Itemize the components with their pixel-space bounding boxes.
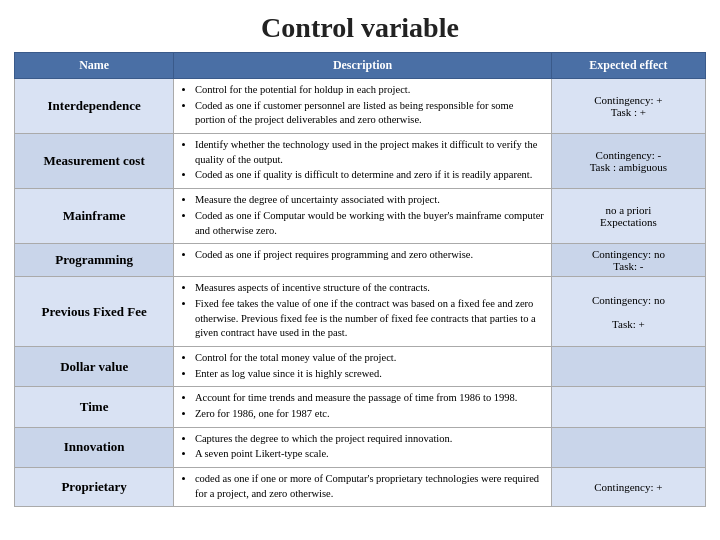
row-desc-cell: coded as one if one or more of Computar'… — [173, 468, 551, 507]
table-row: InterdependenceControl for the potential… — [15, 79, 705, 134]
row-effect-cell: Contingency: + — [552, 468, 705, 507]
row-effect-cell: Contingency: -Task : ambiguous — [552, 134, 705, 189]
row-name-cell: Proprietary — [15, 468, 173, 507]
row-desc-cell: Coded as one if project requires program… — [173, 244, 551, 277]
row-effect-cell: no a prioriExpectations — [552, 189, 705, 244]
row-effect-cell — [552, 346, 705, 386]
table-row: Proprietarycoded as one if one or more o… — [15, 468, 705, 507]
table-row: ProgrammingCoded as one if project requi… — [15, 244, 705, 277]
row-desc-cell: Measures aspects of incentive structure … — [173, 277, 551, 347]
table-row: Previous Fixed FeeMeasures aspects of in… — [15, 277, 705, 347]
row-desc-cell: Captures the degree to which the project… — [173, 427, 551, 467]
row-effect-cell — [552, 387, 705, 427]
table-row: Measurement costIdentify whether the tec… — [15, 134, 705, 189]
row-desc-cell: Account for time trends and measure the … — [173, 387, 551, 427]
row-effect-cell — [552, 427, 705, 467]
col-header-description: Description — [173, 53, 551, 79]
row-desc-cell: Control for the total money value of the… — [173, 346, 551, 386]
row-effect-cell: Contingency: noTask: + — [552, 277, 705, 347]
table-row: MainframeMeasure the degree of uncertain… — [15, 189, 705, 244]
row-effect-cell: Contingency: +Task : + — [552, 79, 705, 134]
row-desc-cell: Measure the degree of uncertainty associ… — [173, 189, 551, 244]
row-desc-cell: Identify whether the technology used in … — [173, 134, 551, 189]
row-name-cell: Measurement cost — [15, 134, 173, 189]
control-variable-table: Name Description Expected effect Interde… — [14, 52, 705, 507]
row-effect-cell: Contingency: noTask: - — [552, 244, 705, 277]
row-desc-cell: Control for the potential for holdup in … — [173, 79, 551, 134]
row-name-cell: Programming — [15, 244, 173, 277]
table-row: InnovationCaptures the degree to which t… — [15, 427, 705, 467]
table-row: TimeAccount for time trends and measure … — [15, 387, 705, 427]
table-row: Dollar valueControl for the total money … — [15, 346, 705, 386]
row-name-cell: Innovation — [15, 427, 173, 467]
col-header-name: Name — [15, 53, 173, 79]
page-title: Control variable — [0, 0, 720, 52]
row-name-cell: Time — [15, 387, 173, 427]
row-name-cell: Mainframe — [15, 189, 173, 244]
col-header-effect: Expected effect — [552, 53, 705, 79]
row-name-cell: Dollar value — [15, 346, 173, 386]
row-name-cell: Previous Fixed Fee — [15, 277, 173, 347]
row-name-cell: Interdependence — [15, 79, 173, 134]
